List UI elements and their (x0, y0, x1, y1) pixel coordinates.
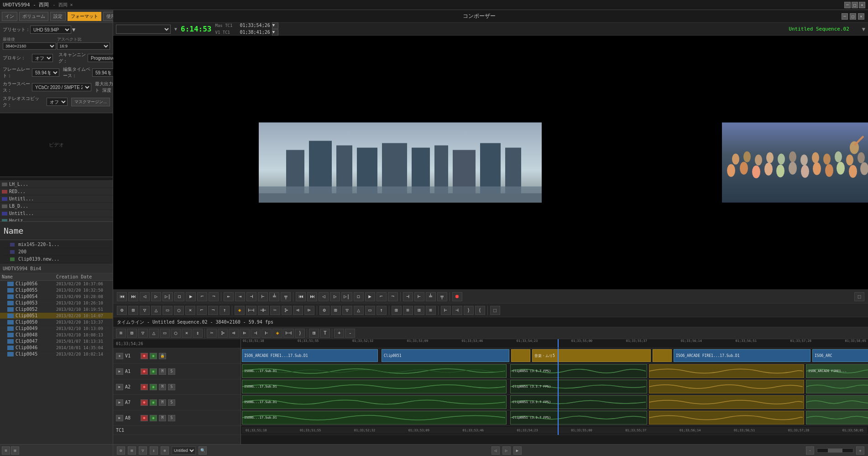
btn-extract[interactable]: ╧ (269, 292, 279, 301)
bin-item-clip0046[interactable]: Clip0046 2014/10/01 14:35:04 (0, 345, 113, 351)
v1-rec-btn[interactable]: ● (141, 353, 148, 359)
btn-r-fwd2[interactable]: ▶ (365, 292, 375, 301)
btn-r-overwrite[interactable]: ⊢ (414, 292, 424, 301)
btn2-trim[interactable]: ⊢⊣ (246, 306, 256, 315)
btn2-gap[interactable]: ⊳ (304, 306, 314, 315)
btn2-r-up[interactable]: △ (354, 306, 364, 315)
a1-collapse-btn[interactable]: ▶ (116, 368, 123, 375)
tl-bottom-zoom-bar[interactable] (817, 448, 853, 453)
btn2-r-more2[interactable]: ⊣ (452, 306, 462, 315)
btn-splice[interactable]: ⊣ (246, 292, 256, 301)
clip-small-gold-1[interactable] (511, 349, 530, 362)
a1-solo-btn[interactable]: S (168, 368, 175, 375)
v1-tc-dropdown[interactable]: ▼ (272, 29, 278, 36)
right-min-btn[interactable]: ─ (842, 13, 848, 20)
left-item-lb[interactable]: LB_D... (0, 203, 113, 210)
btn-r-rewind[interactable]: ⏮ (296, 292, 306, 301)
btn-r-mark-out[interactable]: ¬ (388, 292, 398, 301)
btn-mark-out[interactable]: ¬ (209, 292, 219, 301)
btn-mark-in[interactable]: ⌐ (197, 292, 207, 301)
a2-solo-btn[interactable]: S (168, 384, 175, 390)
btn2-settings[interactable]: ⚙ (117, 306, 127, 315)
btn2-cut[interactable]: ✂ (270, 306, 280, 315)
aspect-select[interactable]: 16:9 (57, 42, 110, 50)
toolbar-settings[interactable]: 設定 (50, 12, 66, 21)
mask-margin-btn[interactable]: マスクマージン... (71, 98, 110, 106)
btn-play-fwd[interactable]: ▶ (186, 292, 196, 301)
btn-prev-frame[interactable]: ◁ (140, 292, 150, 301)
clip-a7-2[interactable]: Clip0051 (3.3.7 FPS) (510, 395, 647, 409)
toolbar-in[interactable]: イン (2, 12, 17, 21)
clip-a1-gold[interactable] (649, 364, 804, 378)
video-scrollbar[interactable] (0, 177, 113, 181)
clip-clip0051-v[interactable]: Clip0051 (382, 349, 509, 362)
a1-mute-btn[interactable]: M (159, 368, 166, 375)
a8-mon-btn[interactable]: ◉ (150, 415, 157, 421)
tl-btn-arrow[interactable]: ▽ (138, 329, 148, 338)
tl-btn-list[interactable]: ≡ (116, 329, 126, 338)
btn2-mark-out2[interactable]: ¬ (208, 306, 218, 315)
left-item-red[interactable]: RED... (0, 188, 113, 195)
left-item-untitl2[interactable]: Untitl... (0, 210, 113, 217)
btn-r-lift[interactable]: ╤ (437, 292, 447, 301)
bin-item-clip0049[interactable]: Clip0049 2013/02/10 10:13:09 (0, 325, 113, 332)
resolution-select[interactable]: 3840×2160 (3, 42, 56, 50)
a2-collapse-btn[interactable]: ▶ (116, 384, 123, 390)
a2-rec-btn[interactable]: ● (141, 384, 148, 390)
a1-mon-btn[interactable]: ◉ (150, 368, 157, 375)
clip-a7-gold[interactable] (649, 395, 804, 409)
clip-a2-1[interactable]: ISO0G...17.Sub.D1 (242, 380, 507, 393)
tl-btn-cut[interactable]: ✂ (207, 329, 217, 338)
clip-a8-gold[interactable] (649, 411, 804, 425)
tl-bottom-prev[interactable]: ◁ (492, 446, 500, 455)
bin-item-clip0047[interactable]: Clip0047 2015/01/07 18:13:31 (0, 338, 113, 345)
btn2-r-grid[interactable]: ⊞ (414, 306, 424, 315)
tl-btn-retract[interactable]: ⊳ (240, 329, 250, 338)
clip-a8-1[interactable]: ISO0G...17.Sub.D1 (242, 411, 507, 425)
special-200[interactable]: 200 (2, 248, 111, 256)
a7-collapse-btn[interactable]: ▶ (116, 399, 123, 406)
clip-a8-2[interactable]: Clip0051 (3.3.7 FPS) (510, 411, 647, 425)
btn2-scissors[interactable]: ⊱ (282, 306, 292, 315)
tl-bottom-dropdown[interactable]: Untitled (172, 446, 196, 455)
tl-bottom-zoom-in[interactable]: + (856, 446, 864, 455)
proxy-select[interactable]: オフ (32, 54, 53, 62)
tl-btn-rect[interactable]: ▭ (160, 329, 170, 338)
btn2-r-more4[interactable]: ⟨ (475, 306, 485, 315)
btn-r-play[interactable]: ▷ (330, 292, 340, 301)
tl-btn-zoom-in[interactable]: + (334, 329, 344, 338)
bin-item-clip0051[interactable]: Clip0051 2013/02/20 10:14:07 (0, 313, 113, 319)
tl-bottom-arrow[interactable]: ▽ (139, 446, 147, 455)
a2-mon-btn[interactable]: ◉ (150, 384, 157, 390)
tl-bottom-zoom-out[interactable]: - (806, 446, 814, 455)
preset-select[interactable]: UHD 59.94P (30, 26, 71, 34)
tl-btn-gap2[interactable]: ⊢ (261, 329, 272, 338)
btn-forward-fast[interactable]: ⏭ (128, 292, 138, 301)
tl-bottom-search[interactable]: ⊕ (161, 446, 169, 455)
btn2-r-dupe[interactable]: ⊞ (331, 306, 341, 315)
btn-r-next[interactable]: ▷| (341, 292, 352, 301)
tl-btn-dupe[interactable]: ⊞ (127, 329, 137, 338)
btn-next-frame[interactable]: ▷| (162, 292, 173, 301)
btn-to-out[interactable]: ⇥ (235, 292, 245, 301)
a8-rec-btn[interactable]: ● (141, 415, 148, 421)
bin-btn-1[interactable]: ≡ (2, 446, 10, 455)
tl-btn-up[interactable]: △ (149, 329, 159, 338)
a2-mute-btn[interactable]: M (159, 384, 166, 390)
bin-item-clip0045[interactable]: Clip0045 2013/02/20 10:02:14 (0, 351, 113, 357)
bin-item-clip0054[interactable]: Clip0054 2013/02/09 10:28:08 (0, 294, 113, 300)
btn2-grid[interactable]: ⊞ (392, 306, 402, 315)
tl-btn-extend[interactable]: ⊲ (229, 329, 239, 338)
btn-r-extract[interactable]: ╧ (426, 292, 436, 301)
clip-a2-gold[interactable] (649, 380, 804, 393)
btn-rewind-fast[interactable]: ⏮ (117, 292, 127, 301)
tl-btn-yellow[interactable]: ◈ (272, 329, 282, 338)
tl-bottom-next[interactable]: ▷ (502, 446, 511, 455)
btn-full-screen[interactable]: ⬚ (854, 292, 864, 301)
btn2-list[interactable]: ≡ (403, 306, 413, 315)
tl-btn-more2[interactable]: ⟩ (295, 329, 305, 338)
tl-btn-grid[interactable]: ⊞ (309, 329, 319, 338)
btn2-r-more3[interactable]: ⟩ (464, 306, 474, 315)
btn-r-prev[interactable]: ◁ (319, 292, 329, 301)
bin-item-clip0056[interactable]: Clip0056 2013/02/20 10:37:06 (0, 281, 113, 287)
